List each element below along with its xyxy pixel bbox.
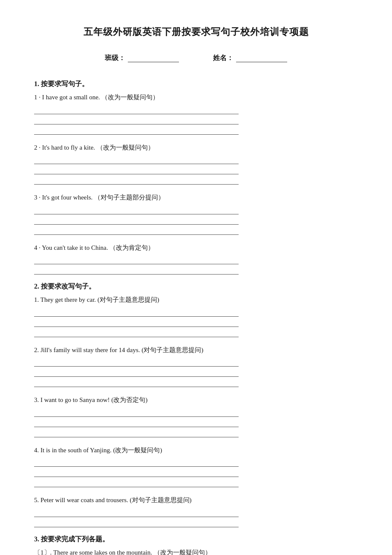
question-text-2-4: 4. It is in the south of Yanjing. (改为一般疑… xyxy=(34,445,358,456)
section-title-1: 1. 按要求写句子。 xyxy=(34,80,358,89)
answer-line-1-1-2 xyxy=(34,115,239,124)
answer-line-2-3-3 xyxy=(34,428,239,437)
answer-line-2-4-1 xyxy=(34,457,239,467)
question-text-2-3: 3. I want to go to Sanya now! (改为否定句) xyxy=(34,395,358,406)
class-label: 班级： xyxy=(105,54,125,63)
answer-lines-1-3 xyxy=(34,205,358,235)
section-1: 1. 按要求写句子。1 · I have got a small one. （改… xyxy=(34,80,358,275)
sections-container: 1. 按要求写句子。1 · I have got a small one. （改… xyxy=(34,80,358,555)
answer-line-2-5-1 xyxy=(34,508,239,517)
question-text-2-2: 2. Jill's family will stay there for 14 … xyxy=(34,345,358,356)
answer-line-2-3-1 xyxy=(34,408,239,417)
answer-line-2-1-2 xyxy=(34,318,239,327)
answer-line-1-2-3 xyxy=(34,175,239,185)
question-text-2-5: 5. Peter will wear coats and trousers. (… xyxy=(34,495,358,506)
answer-line-2-1-3 xyxy=(34,328,239,337)
question-text-1-3: 3 · It's got four wheels. （对句子主题部分提问） xyxy=(34,192,358,203)
answer-line-1-2-2 xyxy=(34,165,239,174)
question-text-1-2: 2 · It's hard to fly a kite. （改为一般疑问句） xyxy=(34,142,358,153)
question-1-4: 4 · You can't take it to China. （改为肯定句） xyxy=(34,243,358,275)
answer-lines-1-2 xyxy=(34,155,358,185)
answer-line-2-2-2 xyxy=(34,367,239,377)
answer-line-1-2-1 xyxy=(34,155,239,164)
answer-line-2-3-2 xyxy=(34,418,239,427)
answer-lines-2-5 xyxy=(34,508,358,527)
answer-line-1-1-3 xyxy=(34,125,239,135)
name-label: 姓名： xyxy=(213,54,233,63)
question-text-2-1: 1. They get there by car. (对句子主题意思提问) xyxy=(34,295,358,306)
question-text-1-4: 4 · You can't take it to China. （改为肯定句） xyxy=(34,243,358,254)
answer-line-2-5-2 xyxy=(34,518,239,527)
section-2: 2. 按要求改写句子。1. They get there by car. (对句… xyxy=(34,282,358,527)
class-input-line xyxy=(128,55,179,62)
answer-line-1-4-2 xyxy=(34,265,239,275)
question-2-1: 1. They get there by car. (对句子主题意思提问) xyxy=(34,295,358,337)
question-1-1: 1 · I have got a small one. （改为一般疑问句） xyxy=(34,92,358,135)
answer-line-1-3-1 xyxy=(34,205,239,214)
section-title-3: 3. 按要求完成下列各题。 xyxy=(34,535,358,544)
answer-line-1-1-1 xyxy=(34,105,239,114)
name-field: 姓名： xyxy=(213,54,287,63)
answer-lines-2-2 xyxy=(34,357,358,387)
answer-lines-2-1 xyxy=(34,307,358,337)
answer-line-2-4-3 xyxy=(34,478,239,487)
question-2-5: 5. Peter will wear coats and trousers. (… xyxy=(34,495,358,527)
question-2-4: 4. It is in the south of Yanjing. (改为一般疑… xyxy=(34,445,358,488)
answer-lines-2-4 xyxy=(34,457,358,487)
answer-line-2-4-2 xyxy=(34,468,239,477)
question-text-3-1: 〔1〕. There are some lakes on the mountai… xyxy=(34,547,358,555)
answer-line-2-2-3 xyxy=(34,378,239,387)
page-title: 五年级外研版英语下册按要求写句子校外培训专项题 xyxy=(34,26,358,38)
question-text-1-1: 1 · I have got a small one. （改为一般疑问句） xyxy=(34,92,358,103)
answer-line-1-3-2 xyxy=(34,215,239,225)
question-2-3: 3. I want to go to Sanya now! (改为否定句) xyxy=(34,395,358,437)
student-info: 班级： 姓名： xyxy=(34,54,358,63)
question-1-3: 3 · It's got four wheels. （对句子主题部分提问） xyxy=(34,192,358,235)
answer-line-2-1-1 xyxy=(34,307,239,317)
answer-lines-1-1 xyxy=(34,105,358,135)
name-input-line xyxy=(236,55,287,62)
answer-line-1-3-3 xyxy=(34,225,239,235)
question-2-2: 2. Jill's family will stay there for 14 … xyxy=(34,345,358,387)
section-3: 3. 按要求完成下列各题。〔1〕. There are some lakes o… xyxy=(34,535,358,555)
answer-lines-1-4 xyxy=(34,255,358,275)
question-1-2: 2 · It's hard to fly a kite. （改为一般疑问句） xyxy=(34,142,358,185)
answer-line-1-4-1 xyxy=(34,255,239,264)
answer-lines-2-3 xyxy=(34,408,358,437)
section-title-2: 2. 按要求改写句子。 xyxy=(34,282,358,291)
answer-line-2-2-1 xyxy=(34,357,239,367)
class-field: 班级： xyxy=(105,54,179,63)
question-3-1: 〔1〕. There are some lakes on the mountai… xyxy=(34,547,358,555)
